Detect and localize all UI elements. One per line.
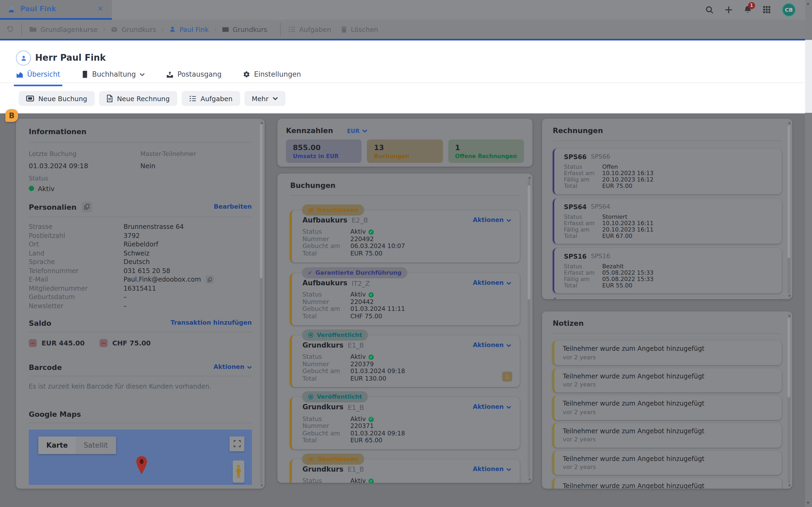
- participant-icon[interactable]: [502, 372, 512, 382]
- bearbeiten-link[interactable]: Bearbeiten: [214, 203, 252, 211]
- note-card[interactable]: Teilnehmer wurde zum Angebot hinzugefügt…: [553, 423, 782, 447]
- gear-icon: [243, 71, 250, 78]
- user-avatar[interactable]: CB: [782, 3, 796, 17]
- scroll-down-icon[interactable]: ▼: [529, 477, 531, 481]
- booking-status-badge: ✓ Garantierte Durchführung: [302, 268, 407, 279]
- notizen-panel: Notizen Teilnehmer wurde zum Angebot hin…: [542, 312, 792, 489]
- booking-aktionen-menu[interactable]: Aktionen: [473, 279, 511, 287]
- panel-scrollbar[interactable]: [788, 317, 790, 483]
- section-title: Rechnungen: [553, 126, 782, 135]
- outbox-icon: [166, 71, 174, 78]
- aufgaben-button[interactable]: Aufgaben: [181, 91, 240, 106]
- divider: [29, 142, 252, 143]
- note-card[interactable]: Teilnehmer wurde zum Angebot hinzugefügt…: [553, 368, 782, 393]
- history-undo-icon[interactable]: [6, 25, 14, 33]
- stat-offene-rechnungen: 1 Offene Rechnungen: [448, 139, 524, 163]
- apps-grid-icon[interactable]: [762, 5, 771, 14]
- scroll-down-icon[interactable]: ▼: [807, 501, 809, 506]
- person-icon: [169, 26, 176, 33]
- booking-status-badge: Geschlossen: [302, 205, 364, 216]
- trash-icon: [341, 26, 347, 33]
- booking-code: E1_B: [348, 341, 364, 349]
- breadcrumb-item-grundkurs-2[interactable]: Grundkurs: [222, 25, 267, 33]
- scroll-down-icon[interactable]: ▼: [788, 294, 791, 297]
- customer-header: Herr Paul Fink Übersicht Buchhaltung: [0, 41, 812, 113]
- check-circle-icon: ✓: [369, 354, 374, 360]
- scroll-up-icon[interactable]: ▲: [529, 175, 531, 179]
- map-satellit-button[interactable]: Satellit: [76, 437, 116, 454]
- scroll-down-icon[interactable]: ▼: [261, 483, 263, 487]
- scroll-up-icon[interactable]: ▲: [261, 120, 263, 124]
- booking-card: ✓ Garantierte Durchführung Aufbaukurs IT…: [290, 267, 520, 325]
- invoice-card[interactable]: SPS64 SPS64 StatusStorniert Erfasst am10…: [553, 198, 782, 244]
- invoice-card[interactable]: SPS16 SPS16 StatusBezahlt Erfasst am05.0…: [553, 248, 782, 293]
- booking-aktionen-menu[interactable]: Aktionen: [473, 466, 511, 473]
- toolbar: Neue Buchung Neue Rechnung Aufgaben Mehr: [19, 91, 285, 106]
- rechnungen-panel: Rechnungen SPS66 SPS66 StatusOffen Erfas…: [542, 119, 792, 299]
- notification-count-badge: 1: [748, 2, 755, 9]
- neue-rechnung-button[interactable]: Neue Rechnung: [99, 91, 177, 106]
- scroll-up-icon[interactable]: ▲: [807, 2, 809, 6]
- kennzahlen-panel: Kennzahlen EUR 855.00 Umsatz in EUR 13 B…: [277, 119, 533, 167]
- note-card[interactable]: Teilnehmer wurde zum Angebot hinzugefügt…: [553, 478, 782, 489]
- status-value: Aktiv: [38, 185, 55, 193]
- right-column: Rechnungen SPS66 SPS66 StatusOffen Erfas…: [542, 119, 792, 507]
- note-card[interactable]: Teilnehmer wurde zum Angebot hinzugefügt…: [553, 396, 782, 420]
- map-karte-button[interactable]: Karte: [38, 437, 76, 454]
- invoice-id: SPS16: [564, 253, 587, 261]
- book-icon: [82, 71, 89, 78]
- status-active-dot: [29, 186, 34, 191]
- map-fullscreen-button[interactable]: [229, 437, 245, 451]
- mehr-button[interactable]: Mehr: [244, 91, 285, 106]
- panel-scrollbar[interactable]: [528, 179, 530, 477]
- invoice-card[interactable]: [553, 298, 782, 299]
- breadcrumb: Grundlagenkurse › Grundkurs › Paul Fink …: [0, 20, 812, 39]
- breadcrumb-item-paul-fink[interactable]: Paul Fink: [169, 25, 209, 33]
- breadcrumb-action-loeschen[interactable]: Löschen: [341, 25, 378, 33]
- booking-aktionen-menu[interactable]: Aktionen: [473, 217, 511, 224]
- tab-title: Paul Fink: [20, 5, 56, 13]
- add-icon[interactable]: [724, 5, 733, 14]
- note-card[interactable]: Teilnehmer wurde zum Angebot hinzugefügt…: [553, 451, 782, 475]
- chevron-right-icon: ›: [162, 25, 164, 33]
- section-title: Informationen: [29, 127, 252, 136]
- barcode-aktionen-menu[interactable]: Aktionen: [214, 364, 252, 371]
- window-scrollbar[interactable]: ▲ ▼: [805, 0, 812, 507]
- close-tab-icon[interactable]: ✕: [98, 5, 103, 13]
- transaktion-hinzufuegen-link[interactable]: Transaktion hinzufügen: [171, 319, 252, 327]
- breadcrumb-item-grundkurs[interactable]: Grundkurs: [111, 25, 156, 33]
- panel-scrollbar[interactable]: [260, 124, 263, 483]
- scroll-up-icon[interactable]: ▲: [788, 313, 791, 317]
- booking-aktionen-menu[interactable]: Aktionen: [473, 404, 511, 411]
- breadcrumb-action-aufgaben[interactable]: Aufgaben: [288, 25, 331, 33]
- panel-scrollbar[interactable]: [788, 124, 790, 294]
- field-label: Master-Teilnehmer: [140, 151, 252, 158]
- check-circle-icon: ✓: [369, 478, 374, 483]
- note-card[interactable]: Teilnehmer wurde zum Angebot hinzugefügt…: [553, 341, 782, 365]
- google-map[interactable]: Karte Satellit: [29, 430, 252, 485]
- open-tab-paul-fink[interactable]: Paul Fink ✕: [0, 0, 112, 20]
- section-title: Kennzahlen: [286, 126, 333, 135]
- section-title: Notizen: [553, 319, 782, 327]
- neue-buchung-button[interactable]: Neue Buchung: [19, 91, 95, 106]
- invoice-code: SPS64: [591, 203, 610, 211]
- invoice-card[interactable]: SPS66 SPS66 StatusOffen Erfasst am10.10.…: [553, 149, 782, 194]
- search-icon[interactable]: [705, 5, 714, 14]
- scroll-down-icon[interactable]: ▼: [788, 483, 791, 487]
- scroll-up-icon[interactable]: ▲: [788, 120, 791, 124]
- field-value: Nein: [140, 162, 156, 170]
- eye-off-icon: [308, 456, 314, 462]
- booking-card: Veröffentlicht Grundkurs E1_B Aktionen S…: [290, 330, 520, 387]
- customer-avatar-icon: [16, 51, 31, 65]
- section-title: Google Maps: [29, 410, 81, 418]
- booking-aktionen-menu[interactable]: Aktionen: [473, 342, 511, 349]
- notifications-bell-icon[interactable]: 1: [743, 5, 752, 14]
- map-pegman-button[interactable]: [233, 460, 245, 483]
- stat-buchungen: 13 Buchungen: [367, 139, 443, 163]
- breadcrumb-item-grundlagenkurse[interactable]: Grundlagenkurse: [29, 25, 98, 33]
- currency-dropdown[interactable]: EUR: [347, 128, 368, 134]
- divider: [553, 333, 782, 334]
- copy-icon[interactable]: [82, 202, 92, 212]
- shortcut-key-badge: B: [5, 109, 18, 122]
- copy-icon[interactable]: [205, 275, 214, 284]
